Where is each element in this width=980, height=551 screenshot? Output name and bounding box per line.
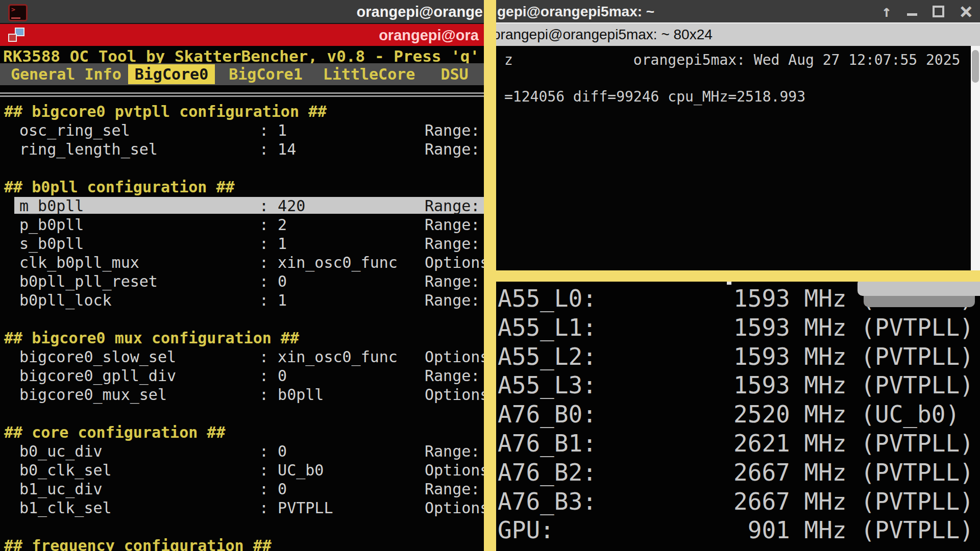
terminal-line-1: z orangepi5max: Wed Aug 27 12:07:55 2025	[484, 51, 971, 69]
freq-value: 901 MHz (PVTPLL)	[733, 516, 974, 544]
blank-line	[0, 310, 484, 329]
config-label: m_b0pll	[19, 196, 84, 215]
minimize-icon[interactable]	[907, 13, 917, 16]
close-icon[interactable]: ×	[960, 4, 973, 19]
config-row-clk-b0pll-mux: clk_b0pll_mux: xin_osc0_funcOptions	[0, 253, 484, 272]
config-value: : 420	[259, 196, 305, 215]
watch-terminal-window: gepi@orangepi5max: ~ ↑ × orangepi@orange…	[484, 0, 980, 282]
freq-value: 1593 MHz (PVTPLL)	[733, 313, 974, 342]
config-label: bigcore0_slow_sel	[19, 347, 176, 366]
freq-row-gpu: GPU: 901 MHz (PVTPLL)	[484, 516, 980, 544]
config-range-label: Options	[425, 461, 484, 480]
config-value: : PVTPLL	[259, 498, 333, 517]
zoomed-scrollbar-thumb	[864, 296, 975, 307]
config-value: : 0	[259, 480, 287, 498]
freq-core-label: A76_B3:	[498, 487, 597, 516]
freq-row-a55-l2: A55_L2:1593 MHz (PVTPLL)	[484, 342, 980, 371]
config-range-label: Range:	[425, 140, 480, 159]
freq-value: 1593 MHz (PVTPLL)	[733, 371, 974, 399]
config-value: : 1	[259, 291, 287, 310]
menu-tab-general-info[interactable]: General Info	[4, 64, 128, 84]
freq-row-a55-l3: A55_L3:1593 MHz (PVTPLL)	[484, 371, 980, 399]
config-range-label: Options	[425, 253, 484, 272]
freq-row-a76-b3: A76_B3:2667 MHz (PVTPLL)	[484, 487, 980, 516]
terminal-app-icon: >	[8, 4, 28, 21]
config-value: : 0	[259, 366, 287, 385]
section-header-text: ## bigcore0 pvtpll configuration ##	[4, 102, 327, 121]
freq-core-label: A55_L2:	[498, 342, 597, 371]
config-value: : UC_b0	[259, 461, 324, 480]
config-range-label: Range:	[425, 442, 480, 461]
section-header-line: ## frequency configuration ##	[0, 536, 484, 551]
config-label: ring_length_sel	[19, 140, 158, 159]
config-row-m-b0pll[interactable]: m_b0pll: 420Range:	[0, 196, 484, 215]
freq-value: 1593 MHz (PVTPLL)	[733, 342, 974, 371]
blank-line	[0, 517, 484, 536]
zoomed-scrollbar-track	[857, 282, 980, 296]
terminal-tab-bar[interactable]: orangepi@orangepi5max: ~ 80x24	[484, 22, 980, 46]
config-value: : 0	[259, 272, 287, 291]
horizontal-divider	[0, 92, 484, 97]
terminal-scrollbar[interactable]	[971, 46, 980, 282]
config-row-s-b0pll: s_b0pll: 1Range:	[0, 234, 484, 253]
config-value: : xin_osc0_func	[259, 253, 398, 272]
config-range-label: Range:	[425, 272, 480, 291]
left-window-titlebar[interactable]: > orangepi@orange	[0, 0, 484, 24]
config-row-b0-uc-div: b0_uc_div: 0Range:	[0, 442, 484, 461]
config-row-b1-uc-div: b1_uc_div: 0Range:	[0, 480, 484, 498]
terminal-line-2	[484, 69, 971, 88]
config-range-label: Options	[425, 498, 484, 517]
rollup-icon[interactable]: ↑	[881, 4, 891, 19]
config-row-b0pll-lock: b0pll_lock: 1Range:	[0, 291, 484, 310]
yellow-highlight-frame-horizontal	[484, 270, 980, 282]
config-range-label: Range:	[425, 366, 480, 385]
section-header-text: ## b0pll configuration ##	[4, 178, 235, 196]
freq-core-label: A76_B0:	[498, 400, 597, 429]
section-header-text: ## core configuration ##	[4, 423, 225, 442]
section-header-line: ## bigcore0 mux configuration ##	[0, 329, 484, 347]
section-header-line: ## core configuration ##	[0, 423, 484, 442]
config-range-label: Range:	[425, 234, 480, 253]
terminal-prompt-glyph: >	[11, 7, 15, 13]
scrollbar-thumb[interactable]	[972, 50, 979, 83]
blank-line	[0, 159, 484, 178]
config-value: : xin_osc0_func	[259, 347, 398, 366]
screens-app-icon	[7, 28, 26, 42]
config-label: b0pll_lock	[19, 291, 112, 310]
oc-config-lines: ## bigcore0 pvtpll configuration ##osc_r…	[0, 102, 484, 551]
selection-highlight-bar	[14, 197, 484, 214]
right-window-title: gepi@orangepi5max: ~	[497, 4, 654, 20]
oc-tool-tab-bar: General InfoBigCore0BigCore1LittleCoreDS…	[0, 63, 484, 85]
config-row-bigcore0-mux-sel: bigcore0_mux_sel: b0pllOptions	[0, 385, 484, 404]
config-label: b0pll_pll_reset	[19, 272, 158, 291]
terminal-icon-bar	[11, 17, 20, 19]
section-header-text: ## bigcore0 mux configuration ##	[4, 329, 299, 347]
menu-tab-bigcore1[interactable]: BigCore1	[222, 64, 309, 84]
config-label: s_b0pll	[19, 234, 84, 253]
icon-red-square	[8, 34, 17, 42]
config-row-p-b0pll: p_b0pll: 2Range:	[0, 215, 484, 234]
config-range-label: Range:	[425, 215, 480, 234]
maximize-icon[interactable]	[933, 6, 944, 17]
freq-core-label: A55_L3:	[498, 371, 597, 399]
right-window-titlebar[interactable]: gepi@orangepi5max: ~ ↑ ×	[484, 0, 980, 22]
config-row-bigcore0-gpll-div: bigcore0_gpll_div: 0Range:	[0, 366, 484, 385]
left-inner-red-titlebar[interactable]: orangepi@ora	[0, 24, 484, 46]
inner-window-title: orangepi@ora	[379, 27, 479, 44]
config-label: p_b0pll	[19, 215, 84, 234]
freq-value: 2667 MHz (PVTPLL)	[733, 458, 974, 487]
config-label: bigcore0_mux_sel	[19, 385, 167, 404]
config-value: : b0pll	[259, 385, 324, 404]
terminal-tab-label: orangepi@orangepi5max: ~ 80x24	[493, 27, 713, 43]
freq-value: 2520 MHz (UC_b0)	[733, 400, 960, 429]
oc-tool-header: RK3588 OC Tool by SkatterBencher, v0.8 -…	[3, 47, 484, 65]
config-value: : 2	[259, 215, 287, 234]
config-value: : 1	[259, 234, 287, 253]
config-label: bigcore0_gpll_div	[19, 366, 176, 385]
freq-row-a76-b1: A76_B1:2621 MHz (PVTPLL)	[484, 429, 980, 458]
menu-tab-bigcore0[interactable]: BigCore0	[128, 64, 215, 84]
freq-row-a76-b0: A76_B0:2520 MHz (UC_b0)	[484, 400, 980, 429]
section-header-line: ## bigcore0 pvtpll configuration ##	[0, 102, 484, 121]
menu-tab-littlecore[interactable]: LittleCore	[316, 64, 422, 84]
menu-tab-dsu[interactable]: DSU	[434, 64, 475, 84]
